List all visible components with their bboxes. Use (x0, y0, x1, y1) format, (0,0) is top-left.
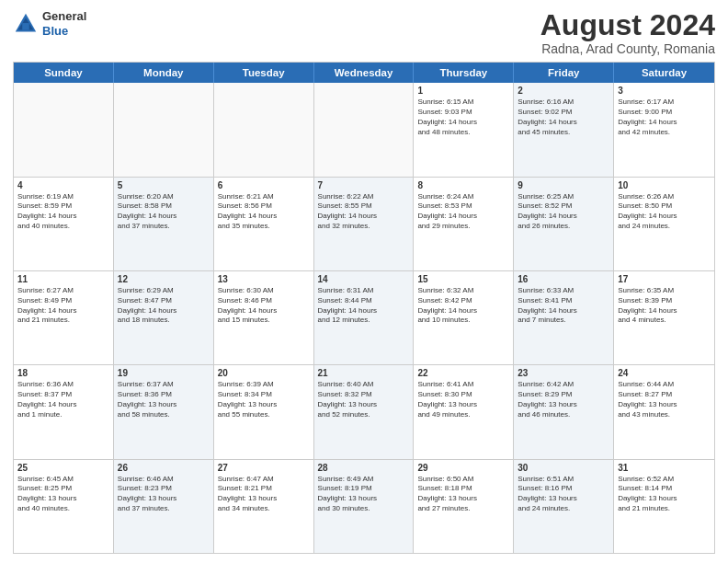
cal-cell-day-21: 21Sunrise: 6:40 AM Sunset: 8:32 PM Dayli… (314, 365, 415, 458)
cal-cell-day-11: 11Sunrise: 6:27 AM Sunset: 8:49 PM Dayli… (14, 271, 114, 364)
cal-cell-day-15: 15Sunrise: 6:32 AM Sunset: 8:42 PM Dayli… (414, 271, 514, 364)
day-info: Sunrise: 6:15 AM Sunset: 9:03 PM Dayligh… (417, 98, 509, 137)
cal-cell-day-14: 14Sunrise: 6:31 AM Sunset: 8:44 PM Dayli… (314, 271, 415, 364)
cal-week-5: 25Sunrise: 6:45 AM Sunset: 8:25 PM Dayli… (14, 460, 714, 553)
day-number: 5 (118, 180, 210, 190)
day-number: 8 (417, 180, 509, 190)
day-number: 16 (518, 274, 609, 284)
cal-cell-day-8: 8Sunrise: 6:24 AM Sunset: 8:53 PM Daylig… (414, 178, 514, 270)
cal-cell-day-4: 4Sunrise: 6:19 AM Sunset: 8:59 PM Daylig… (14, 178, 114, 270)
day-number: 2 (518, 86, 609, 96)
cal-cell-day-13: 13Sunrise: 6:30 AM Sunset: 8:46 PM Dayli… (214, 271, 314, 364)
day-number: 24 (618, 368, 711, 378)
day-number: 23 (518, 368, 609, 378)
day-number: 21 (318, 368, 410, 378)
cal-cell-day-19: 19Sunrise: 6:37 AM Sunset: 8:36 PM Dayli… (114, 365, 214, 458)
day-number: 27 (218, 463, 310, 473)
cal-cell-day-3: 3Sunrise: 6:17 AM Sunset: 9:00 PM Daylig… (614, 83, 714, 176)
cal-cell-day-28: 28Sunrise: 6:49 AM Sunset: 8:19 PM Dayli… (314, 460, 415, 553)
title-block: August 2024 Radna, Arad County, Romania (540, 9, 715, 56)
cal-cell-day-23: 23Sunrise: 6:42 AM Sunset: 8:29 PM Dayli… (514, 365, 614, 458)
cal-cell-day-5: 5Sunrise: 6:20 AM Sunset: 8:58 PM Daylig… (114, 178, 214, 270)
day-number: 13 (218, 274, 310, 284)
cal-header-sunday: Sunday (14, 63, 114, 83)
day-info: Sunrise: 6:36 AM Sunset: 8:37 PM Dayligh… (17, 380, 109, 419)
day-info: Sunrise: 6:31 AM Sunset: 8:44 PM Dayligh… (318, 286, 410, 326)
cal-header-saturday: Saturday (614, 63, 714, 83)
day-number: 30 (518, 463, 609, 473)
day-info: Sunrise: 6:27 AM Sunset: 8:49 PM Dayligh… (17, 286, 109, 326)
cal-cell-empty-0-1 (114, 83, 214, 176)
day-info: Sunrise: 6:32 AM Sunset: 8:42 PM Dayligh… (417, 286, 509, 326)
day-info: Sunrise: 6:26 AM Sunset: 8:50 PM Dayligh… (618, 192, 711, 232)
day-info: Sunrise: 6:37 AM Sunset: 8:36 PM Dayligh… (118, 380, 210, 419)
day-number: 1 (417, 86, 509, 96)
day-info: Sunrise: 6:52 AM Sunset: 8:14 PM Dayligh… (618, 475, 711, 514)
cal-cell-day-9: 9Sunrise: 6:25 AM Sunset: 8:52 PM Daylig… (514, 178, 614, 270)
day-info: Sunrise: 6:39 AM Sunset: 8:34 PM Dayligh… (218, 380, 310, 419)
cal-cell-day-18: 18Sunrise: 6:36 AM Sunset: 8:37 PM Dayli… (14, 365, 114, 458)
day-number: 17 (618, 274, 711, 284)
cal-cell-day-24: 24Sunrise: 6:44 AM Sunset: 8:27 PM Dayli… (614, 365, 714, 458)
title-location: Radna, Arad County, Romania (540, 41, 715, 56)
day-info: Sunrise: 6:50 AM Sunset: 8:18 PM Dayligh… (417, 475, 509, 514)
day-info: Sunrise: 6:19 AM Sunset: 8:59 PM Dayligh… (17, 192, 109, 232)
title-month: August 2024 (540, 9, 715, 41)
day-info: Sunrise: 6:20 AM Sunset: 8:58 PM Dayligh… (118, 192, 210, 232)
day-number: 20 (218, 368, 310, 378)
day-number: 3 (618, 86, 711, 96)
cal-cell-day-25: 25Sunrise: 6:45 AM Sunset: 8:25 PM Dayli… (14, 460, 114, 553)
cal-cell-day-7: 7Sunrise: 6:22 AM Sunset: 8:55 PM Daylig… (314, 178, 415, 270)
cal-week-2: 4Sunrise: 6:19 AM Sunset: 8:59 PM Daylig… (14, 178, 714, 271)
cal-week-1: 1Sunrise: 6:15 AM Sunset: 9:03 PM Daylig… (14, 83, 714, 177)
day-info: Sunrise: 6:40 AM Sunset: 8:32 PM Dayligh… (318, 380, 410, 419)
logo-icon (13, 11, 39, 37)
day-info: Sunrise: 6:16 AM Sunset: 9:02 PM Dayligh… (518, 98, 609, 137)
day-info: Sunrise: 6:29 AM Sunset: 8:47 PM Dayligh… (118, 286, 210, 326)
cal-header-monday: Monday (114, 63, 214, 83)
cal-cell-empty-0-3 (314, 83, 415, 176)
day-number: 26 (118, 463, 210, 473)
day-number: 9 (518, 180, 609, 190)
calendar: SundayMondayTuesdayWednesdayThursdayFrid… (13, 62, 715, 554)
header: General Blue August 2024 Radna, Arad Cou… (13, 9, 715, 56)
cal-cell-day-29: 29Sunrise: 6:50 AM Sunset: 8:18 PM Dayli… (414, 460, 514, 553)
day-number: 19 (118, 368, 210, 378)
cal-header-tuesday: Tuesday (214, 63, 314, 83)
cal-week-3: 11Sunrise: 6:27 AM Sunset: 8:49 PM Dayli… (14, 271, 714, 365)
day-number: 10 (618, 180, 711, 190)
cal-cell-day-6: 6Sunrise: 6:21 AM Sunset: 8:56 PM Daylig… (214, 178, 314, 270)
cal-week-4: 18Sunrise: 6:36 AM Sunset: 8:37 PM Dayli… (14, 365, 714, 459)
logo-blue-text: Blue (42, 24, 68, 38)
day-number: 7 (318, 180, 410, 190)
day-info: Sunrise: 6:30 AM Sunset: 8:46 PM Dayligh… (218, 286, 310, 326)
cal-header-friday: Friday (514, 63, 614, 83)
logo-text: General Blue (42, 9, 86, 38)
day-number: 25 (17, 463, 109, 473)
day-info: Sunrise: 6:35 AM Sunset: 8:39 PM Dayligh… (618, 286, 711, 326)
day-number: 6 (218, 180, 310, 190)
svg-rect-2 (22, 23, 28, 29)
day-number: 11 (17, 274, 109, 284)
day-number: 4 (17, 180, 109, 190)
day-info: Sunrise: 6:47 AM Sunset: 8:21 PM Dayligh… (218, 475, 310, 514)
day-info: Sunrise: 6:25 AM Sunset: 8:52 PM Dayligh… (518, 192, 609, 232)
cal-cell-day-20: 20Sunrise: 6:39 AM Sunset: 8:34 PM Dayli… (214, 365, 314, 458)
cal-header-thursday: Thursday (414, 63, 514, 83)
cal-cell-day-27: 27Sunrise: 6:47 AM Sunset: 8:21 PM Dayli… (214, 460, 314, 553)
cal-cell-day-10: 10Sunrise: 6:26 AM Sunset: 8:50 PM Dayli… (614, 178, 714, 270)
calendar-body: 1Sunrise: 6:15 AM Sunset: 9:03 PM Daylig… (14, 83, 714, 553)
cal-cell-day-1: 1Sunrise: 6:15 AM Sunset: 9:03 PM Daylig… (414, 83, 514, 176)
day-number: 31 (618, 463, 711, 473)
day-number: 29 (417, 463, 509, 473)
day-info: Sunrise: 6:21 AM Sunset: 8:56 PM Dayligh… (218, 192, 310, 232)
day-number: 18 (17, 368, 109, 378)
logo-general-text: General (42, 9, 86, 23)
day-number: 14 (318, 274, 410, 284)
page: General Blue August 2024 Radna, Arad Cou… (0, 0, 728, 563)
cal-cell-empty-0-2 (214, 83, 314, 176)
day-info: Sunrise: 6:24 AM Sunset: 8:53 PM Dayligh… (417, 192, 509, 232)
cal-cell-day-31: 31Sunrise: 6:52 AM Sunset: 8:14 PM Dayli… (614, 460, 714, 553)
cal-cell-day-22: 22Sunrise: 6:41 AM Sunset: 8:30 PM Dayli… (414, 365, 514, 458)
day-info: Sunrise: 6:45 AM Sunset: 8:25 PM Dayligh… (17, 475, 109, 514)
